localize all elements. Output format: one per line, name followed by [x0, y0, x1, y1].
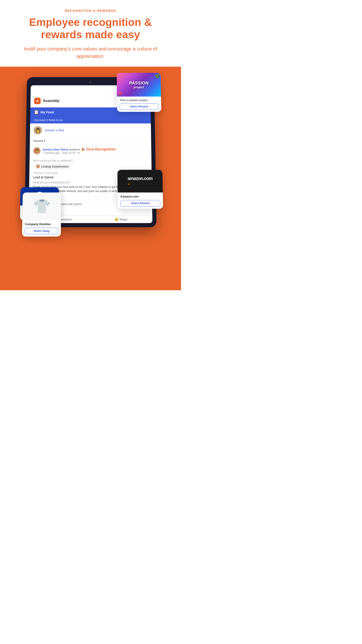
swag-card: 👕 Company Hoodies Select Swag — [22, 192, 61, 236]
avatar: 👩 — [33, 126, 42, 134]
app-name: Assembly — [43, 99, 117, 103]
post-action-text: posted in — [69, 148, 81, 151]
post-section: 👩 Sandra Diaz-Twine posted in 🎉 Give Rec… — [29, 144, 151, 159]
swag-card-body: Company Hoodies Select Swag — [22, 220, 61, 236]
post-meta: Sandra Diaz-Twine posted in 🎉 Give Recog… — [43, 147, 116, 154]
flows-banner: You have 3 flows to do — [30, 117, 151, 124]
passion-select-reward-button[interactable]: Select Reward — [120, 104, 158, 110]
passion-image-text: PASSION project — [119, 80, 159, 89]
react-icon: 😊 — [114, 218, 118, 222]
swag-card-image: 👕 — [22, 192, 61, 220]
newest-row: Newest ▾ — [30, 138, 151, 145]
amazon-smile-icon: ⌣ — [128, 182, 153, 186]
app-logo: A — [34, 98, 41, 104]
flow-row: 👩 Answer a flow — [30, 124, 151, 137]
post-tag: 🎉 Give Recognition — [81, 147, 116, 151]
amazon-reward-card: amazon.com ⌣ Amazon.com Select Reward — [117, 170, 163, 209]
leaf-decor-1: 🌿 — [154, 74, 160, 78]
recognition-label: RECOGNITION & REWARDS — [13, 9, 168, 12]
main-headline: Employee recognition & rewards made easy — [13, 16, 168, 41]
tablet-mockup: × A Assembly ▽ 📦 Invite 📋 — [24, 77, 157, 227]
camera-dot — [89, 81, 92, 84]
answer-flow-text[interactable]: Answer a flow — [45, 128, 64, 132]
post-time: 7 minutes ago · Seen by 50 · 👁 — [43, 152, 116, 154]
hoodie-icon: 👕 — [33, 198, 50, 214]
amazon-card-body: Amazon.com Select Reward — [117, 192, 163, 209]
swag-card-title: Company Hoodies — [25, 222, 58, 226]
hero-section: RECOGNITION & REWARDS Employee recogniti… — [0, 0, 181, 60]
poster-name: Sandra Diaz-Twine — [43, 148, 68, 151]
poster-avatar: 👩 — [33, 147, 40, 154]
react-action[interactable]: 😊 React — [114, 218, 127, 222]
celebrate-person-chip: Lindsay Dolashewich — [33, 163, 72, 170]
passion-card-image: PASSION project 🌿 🌺 — [117, 73, 161, 96]
select-swag-button[interactable]: Select Swag — [25, 228, 58, 234]
passion-card-body: Time on passion project Select Reward — [117, 96, 161, 112]
dropdown-icon[interactable]: ▾ — [44, 139, 45, 143]
celebrate-label: Who would you like to celebrate? — [33, 159, 148, 162]
passion-reward-card: PASSION project 🌿 🌺 Time on passion proj… — [117, 73, 161, 112]
sub-headline: Instill your company's core values and e… — [13, 45, 168, 60]
amazon-card-image: amazon.com ⌣ — [117, 170, 163, 192]
orange-section: × A Assembly ▽ 📦 Invite 📋 — [0, 67, 181, 290]
leaf-decor-2: 🌺 — [118, 92, 122, 96]
passion-card-title: Time on passion project — [120, 99, 158, 102]
post-header: 👩 Sandra Diaz-Twine posted in 🎉 Give Rec… — [33, 147, 148, 154]
celebrate-person-name: Lindsay Dolashewich — [41, 165, 69, 168]
amazon-brand: amazon.com ⌣ — [127, 176, 153, 186]
amazon-card-title: Amazon.com — [120, 195, 160, 198]
newest-label: Newest — [33, 139, 43, 143]
feed-icon: 📋 — [34, 110, 39, 115]
amazon-select-reward-button[interactable]: Select Reward — [120, 200, 160, 206]
my-feed-label: My Feed — [40, 110, 54, 114]
react-label: React — [120, 218, 127, 222]
tablet-wrapper: × A Assembly ▽ 📦 Invite 📋 — [0, 67, 181, 257]
